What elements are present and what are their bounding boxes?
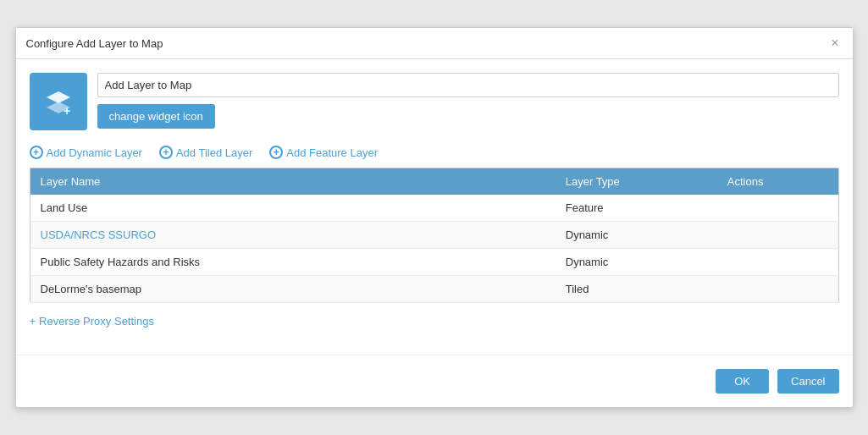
row-2-name: Public Safety Hazards and Risks: [30, 249, 556, 276]
add-dynamic-layer-link[interactable]: + Add Dynamic Layer: [30, 146, 142, 159]
configure-dialog: Configure Add Layer to Map × +: [15, 27, 854, 408]
row-1-name[interactable]: USDA/NRCS SSURGO: [30, 222, 556, 249]
table-row: Public Safety Hazards and Risks Dynamic: [30, 249, 838, 276]
row-3-name: DeLorme's basemap: [30, 276, 556, 303]
table-row: USDA/NRCS SSURGO Dynamic: [30, 222, 838, 249]
add-feature-layer-link[interactable]: + Add Feature Layer: [269, 146, 378, 159]
add-feature-label: Add Feature Layer: [286, 146, 378, 159]
add-dynamic-plus-icon: +: [30, 146, 43, 159]
row-0-type: Feature: [556, 195, 717, 222]
row-3-actions: [717, 276, 838, 303]
top-section: + change widget icon: [30, 73, 839, 130]
row-2-type: Dynamic: [556, 249, 717, 276]
row-0-name: Land Use: [30, 195, 556, 222]
col-header-name: Layer Name: [30, 168, 556, 195]
close-button[interactable]: ×: [827, 35, 842, 52]
row-3-type: Tiled: [556, 276, 717, 303]
row-1-type: Dynamic: [556, 222, 717, 249]
svg-marker-0: [47, 91, 70, 103]
add-feature-plus-icon: +: [269, 146, 283, 159]
change-icon-button[interactable]: change widget icon: [97, 104, 215, 129]
dialog-titlebar: Configure Add Layer to Map ×: [16, 28, 853, 59]
cancel-button[interactable]: Cancel: [777, 369, 838, 394]
layers-icon: +: [43, 86, 74, 117]
ok-button[interactable]: OK: [716, 369, 769, 394]
widget-icon: +: [30, 73, 87, 130]
row-0-actions: [717, 195, 838, 222]
dialog-title: Configure Add Layer to Map: [26, 37, 163, 50]
col-header-actions: Actions: [717, 168, 838, 195]
layers-table: Layer Name Layer Type Actions Land Use F…: [30, 168, 839, 303]
dialog-footer: OK Cancel: [16, 355, 853, 407]
dialog-body: + change widget icon + Add Dynamic Layer…: [16, 59, 853, 341]
proxy-label: Reverse Proxy Settings: [39, 315, 154, 328]
col-header-type: Layer Type: [556, 168, 717, 195]
svg-text:+: +: [64, 104, 70, 117]
add-links-row: + Add Dynamic Layer + Add Tiled Layer + …: [30, 146, 839, 159]
bottom-section: + Reverse Proxy Settings: [30, 315, 839, 328]
table-body: Land Use Feature USDA/NRCS SSURGO Dynami…: [30, 195, 838, 303]
proxy-plus-icon: +: [30, 315, 36, 328]
table-row: Land Use Feature: [30, 195, 838, 222]
reverse-proxy-link[interactable]: + Reverse Proxy Settings: [30, 315, 154, 328]
add-dynamic-label: Add Dynamic Layer: [47, 146, 142, 159]
row-2-actions: [717, 249, 838, 276]
add-tiled-layer-link[interactable]: + Add Tiled Layer: [159, 146, 252, 159]
right-section: change widget icon: [97, 73, 839, 129]
widget-name-input[interactable]: [97, 73, 839, 97]
table-header-row: Layer Name Layer Type Actions: [30, 168, 838, 195]
row-1-actions: [717, 222, 838, 249]
add-tiled-label: Add Tiled Layer: [176, 146, 252, 159]
add-tiled-plus-icon: +: [159, 146, 173, 159]
table-row: DeLorme's basemap Tiled: [30, 276, 838, 303]
